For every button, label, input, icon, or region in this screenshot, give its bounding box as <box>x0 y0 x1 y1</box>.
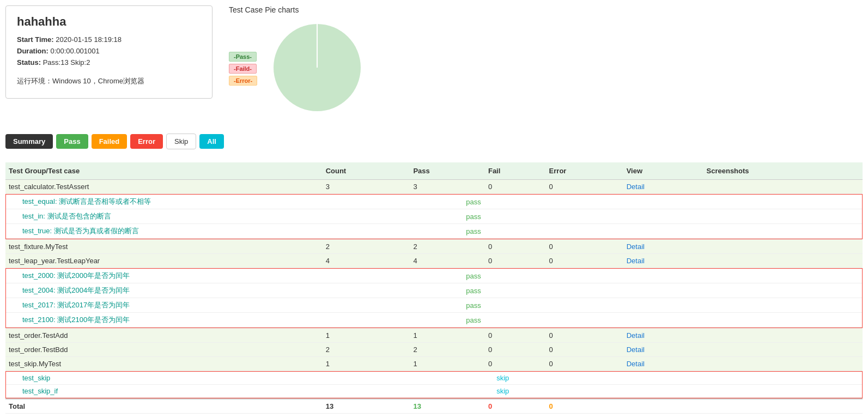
group-view[interactable]: Detail <box>623 240 703 254</box>
detail-link[interactable]: Detail <box>627 331 645 340</box>
group-error: 0 <box>546 343 623 357</box>
group-pass: 1 <box>410 357 485 371</box>
child-count <box>377 372 439 385</box>
child-skip: skip <box>493 372 675 385</box>
group-fail: 0 <box>485 343 546 357</box>
group-screenshots <box>703 357 863 371</box>
table-row: test_leap_year.TestLeapYear4400Detail <box>5 254 863 268</box>
col-count: Count <box>323 162 410 180</box>
child-count <box>377 209 463 224</box>
child-error <box>517 224 603 239</box>
error-badge: -Error- <box>229 76 257 86</box>
pass-button[interactable]: Pass <box>56 134 88 149</box>
detail-link[interactable]: Detail <box>627 243 645 251</box>
child-count <box>377 195 463 209</box>
legend-pass: -Pass- <box>229 52 257 62</box>
chart-title: Test Case Pie charts <box>229 5 863 14</box>
child-count <box>377 269 463 283</box>
child-pass: pass <box>463 313 517 328</box>
group-screenshots <box>703 254 863 268</box>
group-view[interactable]: Detail <box>623 357 703 371</box>
list-item: test_skip_ifskip <box>6 385 862 398</box>
group-fail: 0 <box>485 357 546 371</box>
group-name: test_order.TestBdd <box>5 343 323 357</box>
child-name: test_2004: 测试2004年是否为闰年 <box>6 283 377 298</box>
status-label: Status: <box>17 58 41 66</box>
child-view <box>690 283 776 298</box>
child-view <box>738 372 800 385</box>
detail-link[interactable]: Detail <box>627 183 645 191</box>
child-count <box>377 385 439 398</box>
group-view[interactable]: Detail <box>623 254 703 268</box>
error-button[interactable]: Error <box>130 134 163 149</box>
group-pass: 2 <box>410 240 485 254</box>
child-name: test_2000: 测试2000年是否为闰年 <box>6 269 377 283</box>
child-name: test_skip <box>6 372 377 385</box>
info-box: hahahha Start Time: 2020-01-15 18:19:18 … <box>5 5 213 99</box>
child-view <box>690 313 776 328</box>
child-count <box>377 224 463 239</box>
group-fail: 0 <box>485 329 546 343</box>
list-item: test_in: 测试是否包含的断言pass <box>6 209 862 224</box>
col-pass: Pass <box>410 162 485 180</box>
table-row: test_calculator.TestAssert3300Detail <box>5 180 863 194</box>
child-pass: pass <box>463 195 517 209</box>
child-skip: skip <box>493 385 675 398</box>
child-name: test_equal: 测试断言是否相等或者不相等 <box>6 195 377 209</box>
child-screenshots <box>776 209 862 224</box>
child-error <box>517 269 603 283</box>
child-error <box>517 195 603 209</box>
child-screenshots <box>800 385 862 398</box>
group-count: 2 <box>323 240 410 254</box>
detail-link[interactable]: Detail <box>627 346 645 354</box>
list-item: test_2000: 测试2000年是否为闰年pass <box>6 269 862 283</box>
group-view[interactable]: Detail <box>623 180 703 194</box>
child-error <box>517 283 603 298</box>
group-pass: 3 <box>410 180 485 194</box>
list-item: test_2017: 测试2017年是否为闰年pass <box>6 298 862 313</box>
list-item: test_true: 测试是否为真或者假的断言pass <box>6 224 862 239</box>
all-button[interactable]: All <box>199 134 224 149</box>
child-group-row: test_skipskiptest_skip_ifskip <box>5 371 863 399</box>
child-error <box>603 313 689 328</box>
child-error <box>603 209 689 224</box>
group-count: 1 <box>323 329 410 343</box>
child-pass: pass <box>463 298 517 313</box>
child-screenshots <box>776 269 862 283</box>
chart-legend: -Pass- -Faild- -Error- <box>229 52 257 86</box>
child-screenshots <box>776 195 862 209</box>
child-pass <box>439 385 493 398</box>
summary-button[interactable]: Summary <box>5 134 53 149</box>
child-name: test_in: 测试是否包含的断言 <box>6 209 377 224</box>
group-name: test_skip.MyTest <box>5 357 323 371</box>
list-item: test_equal: 测试断言是否相等或者不相等pass <box>6 195 862 209</box>
detail-link[interactable]: Detail <box>627 360 645 368</box>
fail-badge: -Faild- <box>229 64 257 74</box>
group-count: 4 <box>323 254 410 268</box>
table-row: test_skip.MyTest1100Detail <box>5 357 863 371</box>
failed-button[interactable]: Failed <box>92 134 128 149</box>
group-fail: 0 <box>485 240 546 254</box>
child-error <box>603 283 689 298</box>
group-view[interactable]: Detail <box>623 343 703 357</box>
group-pass: 2 <box>410 343 485 357</box>
skip-button[interactable]: Skip <box>166 134 196 149</box>
status: Status: Pass:13 Skip:2 <box>17 58 201 66</box>
child-screenshots <box>776 224 862 239</box>
detail-link[interactable]: Detail <box>627 257 645 265</box>
child-name: test_skip_if <box>6 385 377 398</box>
child-view <box>690 269 776 283</box>
group-error: 0 <box>546 240 623 254</box>
group-view[interactable]: Detail <box>623 329 703 343</box>
child-pass: pass <box>463 269 517 283</box>
child-count <box>377 313 463 328</box>
total-count: 13 <box>323 399 410 414</box>
start-time-value: 2020-01-15 18:19:18 <box>56 35 122 44</box>
group-name: test_fixture.MyTest <box>5 240 323 254</box>
child-count <box>377 298 463 313</box>
duration: Duration: 0:00:00.001001 <box>17 47 201 55</box>
col-screenshots: Screenshots <box>703 162 863 180</box>
child-group-row: test_2000: 测试2000年是否为闰年passtest_2004: 测试… <box>5 268 863 329</box>
group-screenshots <box>703 343 863 357</box>
child-error <box>603 298 689 313</box>
